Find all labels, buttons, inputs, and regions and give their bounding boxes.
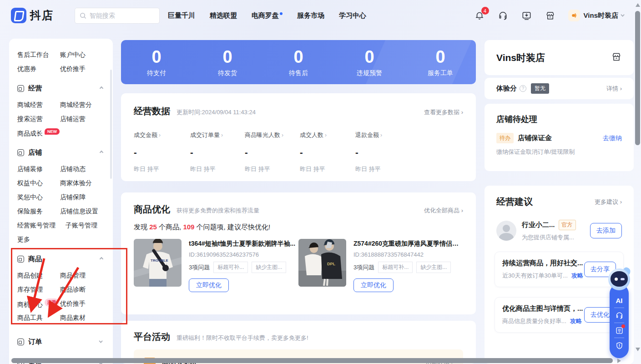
sidebar-item-rights-center[interactable]: 权益中心: [17, 179, 60, 187]
sidebar-item-product-create[interactable]: 商品创建: [17, 272, 60, 280]
stat-pending-payment[interactable]: 0 待支付: [121, 47, 192, 77]
sidebar-item-product-mgmt[interactable]: 商品管理: [60, 272, 86, 280]
sidebar-scrollbar[interactable]: [110, 70, 112, 179]
optimize-all-link[interactable]: 优化全部商品 ›: [424, 207, 463, 215]
sidebar-section-order[interactable]: 订单: [17, 332, 113, 351]
optimize-now-button[interactable]: 立即优化: [189, 278, 229, 292]
stat-service-ticket[interactable]: 0 服务工单: [405, 47, 476, 77]
pay-deposit-link[interactable]: 去缴纳: [603, 134, 622, 142]
product-opt-subtitle: 获得更多免费的搜索和推荐流量: [177, 207, 259, 215]
optimize-now-button[interactable]: 立即优化: [353, 278, 394, 292]
sidebar-item-search-operation[interactable]: 搜索运营: [17, 115, 60, 123]
my-shop-button[interactable]: [545, 10, 556, 21]
sidebar-item-mall-operation[interactable]: 商城经营: [17, 101, 60, 109]
nav-learning-center[interactable]: 学习中心: [339, 11, 366, 20]
sidebar-item-reward-punish[interactable]: 奖惩中心: [17, 193, 60, 202]
sidebar-item-shop-info[interactable]: 店铺信息设置: [60, 207, 98, 216]
message-inbox-button[interactable]: [610, 323, 629, 338]
metric-refund[interactable]: 退款金额› - 昨日 持平: [355, 131, 463, 173]
header-actions: 4 Vins时装店: [474, 10, 625, 21]
stat-violation-warning[interactable]: 0 违规预警: [334, 47, 405, 77]
stat-label: 待支付: [121, 69, 192, 77]
stat-pending-aftersale[interactable]: 0 待售后: [263, 47, 334, 77]
shop-icon: [17, 149, 24, 156]
sidebar-item-shop-guarantee[interactable]: 店铺保障: [60, 193, 86, 202]
security-button[interactable]: [610, 338, 629, 353]
todo-badge: 待办: [496, 133, 514, 143]
nav-luopan[interactable]: 电商罗盘: [252, 11, 283, 20]
sidebar-item-product-material[interactable]: 商品素材: [60, 314, 86, 322]
product-image[interactable]: TROUBLE: [134, 239, 182, 287]
sidebar-item-merchant-score[interactable]: 商家体验分: [60, 179, 92, 187]
sidebar-section-shop[interactable]: 店铺: [17, 143, 113, 162]
sidebar-item-more[interactable]: 更多: [17, 236, 60, 244]
horizontal-scrollbar[interactable]: [11, 358, 613, 363]
more-advice-link[interactable]: 更多建议 ›: [595, 198, 622, 206]
vertical-scrollbar[interactable]: [635, 11, 640, 145]
global-search[interactable]: [75, 8, 160, 24]
download-client-button[interactable]: [521, 10, 533, 21]
sidebar-item-shop-operation[interactable]: 店铺运营: [60, 115, 86, 123]
metric-exposure[interactable]: 商品曝光人数› - 昨日 持平: [245, 131, 300, 173]
sidebar-item-insurance[interactable]: 保险服务: [17, 207, 60, 216]
sidebar-item-aftersale-workbench[interactable]: 售后工作台: [17, 51, 60, 59]
sidebar-section-product[interactable]: 商品: [17, 249, 113, 268]
sidebar-item-inventory-mgmt[interactable]: 库存管理: [17, 286, 60, 294]
view-more-data-link[interactable]: 查看更多数据 ›: [424, 108, 463, 116]
scroll-down-arrow-icon[interactable]: [636, 348, 640, 351]
product-image[interactable]: DPL: [298, 239, 346, 287]
experience-detail-link[interactable]: 详情 ›: [606, 85, 622, 93]
product-title[interactable]: t364#短袖t恤男士夏季新款潮牌半袖...: [189, 240, 295, 248]
metric-order-count[interactable]: 成交订单量› - 昨日 持平: [190, 131, 245, 173]
deposit-desc: 缴纳保证金取消订单/提现限制: [496, 148, 622, 156]
strategy-link[interactable]: 攻略: [570, 317, 582, 325]
notification-bell-button[interactable]: 4: [474, 10, 485, 21]
advice-item-title: 持续运营商品，用好社交...: [502, 259, 583, 268]
todo-stats-banner: 0 待支付 0 待发货 0 待售后 0 违规预警 0 服务工单: [121, 40, 476, 84]
metric-trend: 昨日 持平: [245, 165, 300, 173]
sidebar-item-account-mgmt[interactable]: 经营账号管理: [17, 222, 66, 230]
nav-jingxuan[interactable]: 精选联盟: [210, 11, 237, 20]
metric-buyers[interactable]: 成交人数› - 昨日 持平: [300, 131, 355, 173]
chevron-up-icon: [100, 86, 103, 90]
product-opt-title: 商品优化: [134, 203, 170, 216]
sidebar-item-product-growth[interactable]: 商品成长NEW: [17, 128, 60, 138]
order-icon: [17, 339, 24, 345]
nav-qianchuan[interactable]: 巨量千川: [168, 11, 195, 20]
industry-officer-item: 行业小二... 官方 为您提供店铺专属... 去添加: [495, 220, 624, 242]
ai-button[interactable]: AI: [610, 293, 629, 308]
sidebar-item-mall-score[interactable]: 商城经营分: [60, 101, 92, 109]
sidebar-section-operation[interactable]: 经营: [17, 79, 113, 98]
robot-mascot[interactable]: [608, 268, 630, 290]
app-logo[interactable]: 抖店: [11, 8, 54, 23]
question-icon[interactable]: ?: [520, 85, 526, 92]
stat-pending-shipment[interactable]: 0 待发货: [192, 47, 263, 77]
nav-service-market[interactable]: 服务市场: [297, 11, 324, 20]
svg-text:TROUBLE: TROUBLE: [151, 258, 168, 263]
scroll-up-arrow-icon[interactable]: [636, 3, 640, 7]
metric-gmv[interactable]: 成交金额› - 昨日 持平: [134, 131, 190, 173]
sidebar-item-subaccount-mgmt[interactable]: 子账号管理: [66, 222, 97, 230]
chevron-down-icon: [99, 339, 102, 343]
search-input[interactable]: [90, 12, 149, 19]
product-title[interactable]: Z574#260克重磅加厚港风夏季情侣潮...: [353, 240, 463, 248]
account-menu[interactable]: Vins时装店: [568, 10, 625, 21]
sidebar-item-product-diagnosis[interactable]: 商品诊断: [60, 286, 86, 294]
sidebar-item-product-tools[interactable]: 商品工具: [17, 314, 60, 322]
sidebar-item-shop-decor[interactable]: 店铺装修: [17, 165, 60, 173]
add-officer-button[interactable]: 去添加: [590, 223, 622, 238]
chevron-right-icon: ›: [221, 132, 223, 138]
storefront-outline-icon[interactable]: [611, 51, 622, 64]
advice-item: 优化商品主图与详情页，... 商品信息质量分良好率... 攻略 去优化: [495, 297, 624, 333]
sidebar-item-youjia-tuishou[interactable]: 优价推手: [60, 65, 86, 73]
sidebar-item-shop-news[interactable]: 店铺动态: [60, 165, 86, 173]
sidebar-item-account-center[interactable]: 账户中心: [60, 51, 86, 59]
support-button[interactable]: [497, 10, 509, 21]
sidebar-item-coupon[interactable]: 优惠券: [17, 65, 60, 73]
strategy-link[interactable]: 攻略: [571, 272, 583, 280]
sidebar-item-youjia-tuishou2[interactable]: 优价推手: [60, 300, 86, 308]
unread-dot: [621, 324, 625, 328]
customer-service-button[interactable]: [610, 308, 629, 323]
sidebar-item-biz-opportunity[interactable]: 商机中心应季: [17, 298, 60, 309]
scroll-right-arrow-icon[interactable]: [617, 359, 621, 363]
